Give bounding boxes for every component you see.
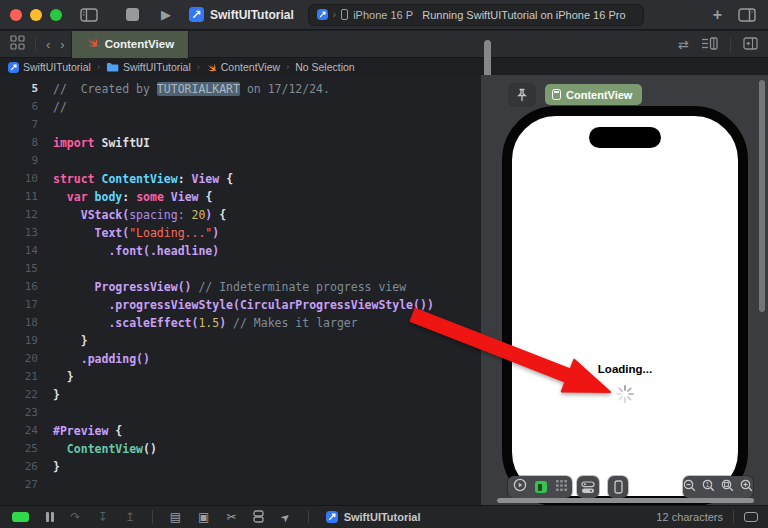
run-destination[interactable]: › iPhone 16 P [317,9,413,21]
activity-status-pill[interactable]: › iPhone 16 P Running SwiftUITutorial on… [308,4,644,26]
code-line[interactable]: 23 [0,404,480,422]
line-number: 17 [0,296,38,314]
step-into-icon[interactable]: ↧ [98,510,108,524]
code-line[interactable]: 20 .padding() [0,350,480,368]
code-editor[interactable]: 5// Created by TUTORIALKART on 17/12/24.… [0,75,480,505]
code-line[interactable]: 13 Text("Loading...") [0,224,480,242]
zoom-out-icon[interactable] [683,478,696,496]
line-number: 6 [0,98,38,116]
simulate-location-icon[interactable]: ➤ [278,509,293,525]
line-number: 27 [0,476,38,494]
selectable-mode-icon[interactable] [535,481,547,493]
code-line[interactable]: 12 VStack(spacing: 20) { [0,206,480,224]
zoom-100-icon[interactable]: 1 [702,478,715,496]
step-out-icon[interactable]: ↥ [125,510,135,524]
back-button[interactable]: ‹ [46,37,50,52]
running-process[interactable]: SwiftUITutorial [326,511,421,523]
code-line[interactable]: 9 [0,152,480,170]
line-number: 20 [0,350,38,368]
xcode-window: ▶ SwiftUITutorial › iPhone 16 P Running … [0,0,768,528]
pin-preview-button[interactable] [508,83,536,107]
forward-button[interactable]: › [60,37,64,52]
tab-contentview[interactable]: ContentView [71,31,189,58]
chevron-right-icon: › [197,62,200,72]
breadcrumb-project[interactable]: SwiftUITutorial [8,61,91,73]
preview-device-pill[interactable]: ContentView [545,84,642,105]
code-line[interactable]: 18 .scaleEffect(1.5) // Makes it larger [0,314,480,332]
related-items-icon[interactable] [10,35,25,54]
line-number: 21 [0,368,38,386]
line-number: 26 [0,458,38,476]
chevron-right-icon: › [286,62,289,72]
inspector-sidebar-toggle-icon[interactable] [738,8,756,22]
code-line[interactable]: 26} [0,458,480,476]
view-hierarchy-icon[interactable]: ▤ [170,510,181,524]
device-name: iPhone 16 P [353,9,413,21]
code-line[interactable]: 19 } [0,332,480,350]
breakpoints-toggle-icon[interactable] [12,512,29,522]
code-line[interactable]: 7 [0,116,480,134]
live-preview-mode-icon[interactable] [513,478,527,496]
breadcrumb-file[interactable]: ContentView [206,61,280,73]
phone-icon [614,480,623,494]
code-line[interactable]: 17 .progressViewStyle(CircularProgressVi… [0,296,480,314]
preview-device-button[interactable] [608,476,628,498]
code-review-icon[interactable]: ⇄ [678,37,689,52]
code-line[interactable]: 5// Created by TUTORIALKART on 17/12/24. [0,80,480,98]
code-line[interactable]: 6// [0,98,480,116]
code-line[interactable]: 22} [0,386,480,404]
variants-mode-icon[interactable] [555,478,568,496]
breadcrumb-label: No Selection [295,61,355,73]
loading-text: Loading... [598,363,652,375]
stop-button[interactable] [126,8,139,21]
breadcrumb-label: SwiftUITutorial [123,61,191,73]
adjust-editor-options-icon[interactable] [701,36,718,54]
add-editor-icon[interactable] [743,36,758,54]
project-chip[interactable]: SwiftUITutorial [189,7,294,22]
zoom-fit-icon[interactable] [721,478,734,496]
navigator-sidebar-toggle-icon[interactable] [80,8,98,22]
line-number: 15 [0,260,38,278]
display-icon[interactable] [744,512,758,522]
canvas-horizontal-scrollbar[interactable] [497,498,754,503]
run-button[interactable]: ▶ [161,7,171,22]
line-number: 24 [0,422,38,440]
code-line[interactable]: 27 [0,476,480,494]
line-number: 5 [0,80,38,98]
zoom-in-icon[interactable] [740,478,753,496]
code-line[interactable]: 8import SwiftUI [0,134,480,152]
breadcrumb-selection[interactable]: No Selection [295,61,355,73]
zoom-controls: 1 [683,476,753,498]
environment-overrides-icon[interactable]: ✂ [226,510,236,524]
pause-icon[interactable] [46,512,54,522]
code-line[interactable]: 14 .font(.headline) [0,242,480,260]
code-line[interactable]: 25 ContentView() [0,440,480,458]
code-line[interactable]: 24#Preview { [0,422,480,440]
app-icon [189,7,204,22]
step-over-icon[interactable]: ↷ [71,510,81,524]
code-line[interactable]: 21 } [0,368,480,386]
divider [308,510,309,524]
stack-frames-icon[interactable] [253,510,264,525]
zoom-window-button[interactable] [50,9,62,21]
code-lines: 5// Created by TUTORIALKART on 17/12/24.… [0,75,480,494]
code-line[interactable]: 16 ProgressView() // Indeterminate progr… [0,278,480,296]
library-add-button[interactable]: + [713,6,722,24]
canvas-vertical-scrollbar[interactable] [759,80,765,312]
code-line[interactable]: 11 var body: some View { [0,188,480,206]
device-settings-icon [581,481,595,494]
memory-graph-icon[interactable]: ▣ [198,510,209,524]
line-number: 11 [0,188,38,206]
code-line[interactable]: 10struct ContentView: View { [0,170,480,188]
minimize-window-button[interactable] [30,9,42,21]
code-line[interactable]: 15 [0,260,480,278]
iphone-preview[interactable]: Loading... [502,106,748,505]
line-number: 19 [0,332,38,350]
device-settings-button[interactable] [577,476,599,498]
breadcrumb-folder[interactable]: SwiftUITutorial [106,61,191,73]
line-number: 23 [0,404,38,422]
play-icon: ▶ [161,7,171,22]
scheme-app-icon [317,9,328,20]
tab-label: ContentView [105,38,174,50]
close-window-button[interactable] [10,9,22,21]
